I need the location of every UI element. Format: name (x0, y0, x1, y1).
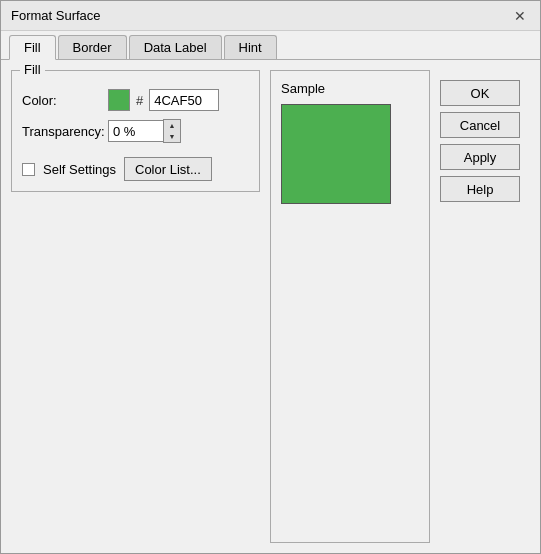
self-settings-row: Self Settings Color List... (22, 157, 249, 181)
hash-symbol: # (136, 93, 143, 108)
right-buttons: OK Cancel Apply Help (440, 70, 530, 543)
color-hex-input[interactable] (149, 89, 219, 111)
tab-border[interactable]: Border (58, 35, 127, 59)
color-swatch[interactable] (108, 89, 130, 111)
color-list-button[interactable]: Color List... (124, 157, 212, 181)
tabs-bar: Fill Border Data Label Hint (1, 31, 540, 60)
sample-label: Sample (281, 81, 325, 96)
transparency-row: Transparency: ▲ ▼ (22, 119, 249, 143)
transparency-spinner: ▲ ▼ (108, 119, 181, 143)
close-button[interactable]: ✕ (510, 6, 530, 26)
transparency-input[interactable] (108, 120, 163, 142)
tab-hint[interactable]: Hint (224, 35, 277, 59)
spinner-buttons: ▲ ▼ (163, 119, 181, 143)
sample-group: Sample (270, 70, 430, 543)
fill-group-label: Fill (20, 62, 45, 77)
title-bar: Format Surface ✕ (1, 1, 540, 31)
content-area: Fill Color: # Transparency: ▲ ▼ (1, 60, 540, 553)
dialog-title: Format Surface (11, 8, 101, 23)
spinner-up-button[interactable]: ▲ (164, 120, 180, 131)
apply-button[interactable]: Apply (440, 144, 520, 170)
left-panel: Fill Color: # Transparency: ▲ ▼ (11, 70, 260, 543)
ok-button[interactable]: OK (440, 80, 520, 106)
cancel-button[interactable]: Cancel (440, 112, 520, 138)
self-settings-label: Self Settings (43, 162, 116, 177)
sample-preview (281, 104, 391, 204)
tab-fill[interactable]: Fill (9, 35, 56, 60)
color-row: Color: # (22, 89, 249, 111)
help-button[interactable]: Help (440, 176, 520, 202)
color-label: Color: (22, 93, 102, 108)
spinner-down-button[interactable]: ▼ (164, 131, 180, 142)
self-settings-checkbox[interactable] (22, 163, 35, 176)
transparency-label: Transparency: (22, 124, 102, 139)
format-surface-dialog: Format Surface ✕ Fill Border Data Label … (0, 0, 541, 554)
tab-data-label[interactable]: Data Label (129, 35, 222, 59)
fill-group: Fill Color: # Transparency: ▲ ▼ (11, 70, 260, 192)
